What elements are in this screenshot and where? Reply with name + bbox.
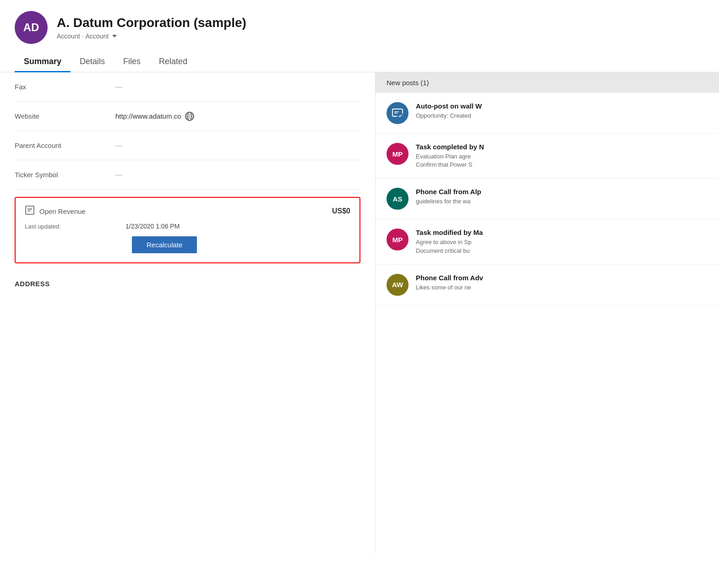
- website-url[interactable]: http://www.adatum.co: [115, 112, 181, 120]
- field-ticker-symbol: Ticker Symbol ---: [15, 160, 360, 190]
- breadcrumb-account2: Account: [85, 33, 109, 40]
- task-completed-sub1: Evaluation Plan agre: [416, 152, 484, 161]
- last-updated-label: Last updated:: [25, 223, 125, 230]
- task-modified-title: Task modified by Ma: [416, 229, 483, 236]
- address-section: ADDRESS: [15, 271, 360, 292]
- avatar: AD: [15, 11, 48, 44]
- right-panel: New posts (1) Auto-post on wall W Opport: [376, 72, 719, 553]
- open-revenue-box: Open Revenue US$0 Last updated: 1/23/202…: [15, 197, 360, 263]
- breadcrumb-dropdown-icon[interactable]: [112, 35, 117, 38]
- ticker-symbol-label: Ticker Symbol: [15, 171, 115, 179]
- task-modified-sub2: Document critical bu: [416, 247, 483, 255]
- open-revenue-label: Open Revenue: [39, 207, 86, 215]
- tab-files[interactable]: Files: [114, 51, 150, 72]
- task-completed-sub2: Confirm that Power S: [416, 161, 484, 169]
- address-header: ADDRESS: [15, 271, 360, 292]
- activity-item-task-completed: MP Task completed by N Evaluation Plan a…: [376, 134, 719, 179]
- autopost-icon: [387, 102, 409, 124]
- tab-details[interactable]: Details: [71, 51, 114, 72]
- autopost-title: Auto-post on wall W: [416, 102, 482, 110]
- autopost-content: Auto-post on wall W Opportunity: Created: [416, 102, 482, 120]
- last-updated-row: Last updated: 1/23/2020 1:06 PM: [25, 223, 350, 230]
- phone-call-aw-avatar: AW: [387, 274, 409, 296]
- nav-tabs: Summary Details Files Related: [0, 51, 719, 72]
- task-modified-content: Task modified by Ma Agree to above in Sp…: [416, 229, 483, 255]
- phone-call-aw-sub: Likes some of our ne: [416, 283, 483, 292]
- parent-account-label: Parent Account: [15, 142, 115, 149]
- new-posts-label: New posts (1): [387, 79, 429, 87]
- open-revenue-value: US$0: [332, 207, 350, 215]
- autopost-sub: Opportunity: Created: [416, 112, 482, 120]
- open-revenue-header: Open Revenue US$0: [25, 205, 350, 217]
- fax-value: ---: [115, 83, 122, 91]
- website-label: Website: [15, 112, 115, 120]
- field-fax: Fax ---: [15, 72, 360, 102]
- phone-call-as-title: Phone Call from Alp: [416, 188, 481, 196]
- header-info: A. Datum Corporation (sample) Account · …: [57, 15, 246, 40]
- phone-call-aw-title: Phone Call from Adv: [416, 274, 483, 282]
- globe-icon: [185, 111, 195, 121]
- field-parent-account: Parent Account ---: [15, 131, 360, 160]
- activity-item-task-modified: MP Task modified by Ma Agree to above in…: [376, 219, 719, 264]
- task-completed-content: Task completed by N Evaluation Plan agre…: [416, 143, 484, 169]
- task-completed-title: Task completed by N: [416, 143, 484, 151]
- ticker-symbol-value: ---: [115, 171, 122, 179]
- activity-item-phone-call-aw: AW Phone Call from Adv Likes some of our…: [376, 265, 719, 305]
- phone-call-as-sub: guidelines for the wa: [416, 197, 481, 206]
- parent-account-value: ---: [115, 142, 122, 149]
- breadcrumb-account1: Account: [57, 33, 80, 40]
- recalculate-button[interactable]: Recalculate: [132, 236, 197, 253]
- left-panel: Fax --- Website http://www.adatum.co: [0, 72, 376, 553]
- phone-call-aw-content: Phone Call from Adv Likes some of our ne: [416, 274, 483, 292]
- last-updated-value: 1/23/2020 1:06 PM: [125, 223, 180, 230]
- task-modified-sub1: Agree to above in Sp: [416, 238, 483, 246]
- activity-item-phone-call-as: AS Phone Call from Alp guidelines for th…: [376, 179, 719, 219]
- page-header: AD A. Datum Corporation (sample) Account…: [0, 0, 719, 51]
- field-website: Website http://www.adatum.co: [15, 102, 360, 131]
- page-title: A. Datum Corporation (sample): [57, 15, 246, 31]
- breadcrumb: Account · Account: [57, 33, 246, 40]
- revenue-icon: [25, 205, 35, 217]
- website-value[interactable]: http://www.adatum.co: [115, 111, 195, 121]
- new-posts-bar: New posts (1): [376, 72, 719, 93]
- phone-call-as-avatar: AS: [387, 188, 409, 210]
- task-modified-avatar: MP: [387, 229, 409, 250]
- tab-summary[interactable]: Summary: [15, 51, 71, 72]
- task-completed-avatar: MP: [387, 143, 409, 165]
- fax-label: Fax: [15, 83, 115, 91]
- main-layout: Fax --- Website http://www.adatum.co: [0, 72, 719, 553]
- activity-item-autopost: Auto-post on wall W Opportunity: Created: [376, 93, 719, 134]
- activity-list: Auto-post on wall W Opportunity: Created…: [376, 93, 719, 305]
- tab-related[interactable]: Related: [150, 51, 196, 72]
- svg-rect-5: [26, 206, 34, 214]
- phone-call-as-content: Phone Call from Alp guidelines for the w…: [416, 188, 481, 206]
- breadcrumb-sep: ·: [82, 33, 84, 40]
